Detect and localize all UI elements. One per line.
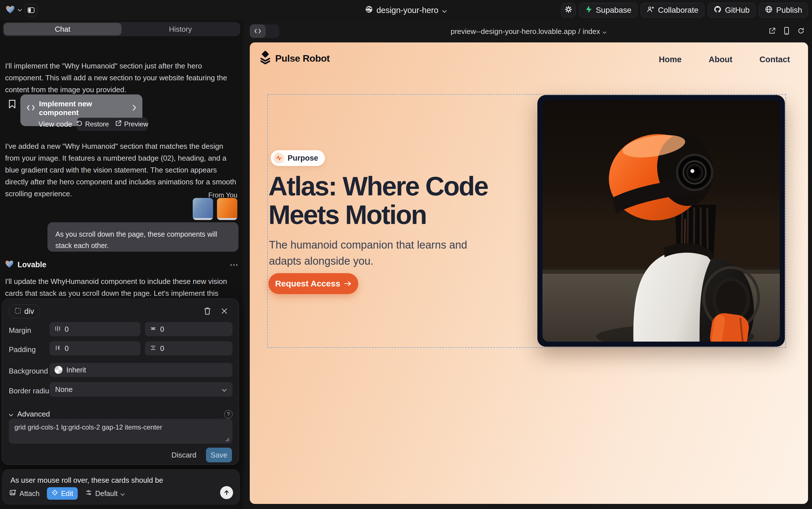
padding-vertical-icon	[150, 344, 156, 352]
mode-select[interactable]: Default	[85, 489, 125, 498]
chevron-down-icon[interactable]	[9, 410, 13, 418]
preview-button[interactable]: Preview	[115, 120, 148, 128]
hero-image-card	[538, 95, 785, 347]
restore-button[interactable]: Restore	[76, 120, 109, 128]
tab-chat[interactable]: Chat	[4, 23, 121, 35]
background-input[interactable]: Inherit	[49, 363, 232, 377]
thumbnail-footer	[217, 218, 237, 220]
selected-element-chip[interactable]: div	[9, 305, 40, 318]
margin-x-input[interactable]: 0	[49, 322, 140, 336]
pulse-robot-logo-icon	[259, 51, 271, 66]
assistant-message: I've added a new "Why Humanoid" section …	[5, 140, 237, 200]
hero-heading: Atlas: Where Code Meets Motion	[268, 172, 488, 229]
attach-image-icon	[9, 489, 17, 498]
delete-element-button[interactable]	[203, 307, 212, 315]
attachment-thumbnail-orange[interactable]	[217, 198, 237, 220]
top-bar: design-your-hero Supabase Co	[0, 0, 812, 20]
pulse-icon	[273, 153, 284, 164]
supabase-icon	[585, 5, 592, 15]
nav-contact[interactable]: Contact	[760, 55, 790, 64]
padding-label: Padding	[9, 345, 36, 354]
tailwind-classes-input[interactable]: grid grid-cols-1 lg:grid-cols-2 gap-12 i…	[9, 419, 232, 444]
mobile-view-icon[interactable]	[784, 27, 789, 36]
close-icon[interactable]	[220, 307, 229, 315]
attach-button[interactable]: Attach	[9, 489, 40, 498]
globe-icon	[365, 5, 373, 15]
gear-icon	[564, 5, 573, 15]
margin-horizontal-icon	[54, 325, 61, 333]
project-name: design-your-hero	[376, 6, 438, 15]
attachment-thumbnail-blue[interactable]	[193, 198, 213, 220]
external-link-icon	[115, 120, 122, 128]
chevron-down-icon	[602, 27, 606, 36]
save-button[interactable]: Save	[206, 448, 232, 462]
thumbnail-footer	[193, 218, 213, 220]
request-access-button[interactable]: Request Access	[268, 273, 358, 294]
publish-button[interactable]: Publish	[759, 3, 808, 18]
border-radius-select[interactable]: None	[49, 382, 232, 397]
bookmark-icon[interactable]	[8, 100, 16, 110]
preview-toolbar: preview--design-your-hero.lovable.app / …	[245, 20, 812, 42]
nav-about[interactable]: About	[709, 55, 732, 64]
site-nav: Home About Contact	[659, 55, 790, 64]
more-options-icon[interactable]	[230, 262, 238, 267]
preview-pane: preview--design-your-hero.lovable.app / …	[245, 20, 812, 509]
url-separator: /	[578, 27, 580, 36]
edit-mode-button[interactable]: Edit	[47, 487, 78, 500]
chevron-down-icon	[120, 489, 125, 498]
supabase-button[interactable]: Supabase	[579, 3, 637, 18]
sliders-icon	[85, 489, 93, 498]
padding-horizontal-icon	[54, 344, 61, 352]
preview-url-bar[interactable]: preview--design-your-hero.lovable.app / …	[245, 20, 812, 42]
github-button[interactable]: GitHub	[708, 3, 755, 18]
margin-y-input[interactable]: 0	[145, 322, 232, 336]
chat-sidebar: Chat History I'll implement the "Why Hum…	[0, 20, 243, 509]
sidebar-tabs: Chat History	[3, 22, 240, 36]
assistant-message: I'll implement the "Why Humanoid" sectio…	[5, 60, 237, 96]
help-icon[interactable]: ?	[224, 410, 232, 418]
preview-page: index	[583, 27, 600, 36]
robot-image	[543, 100, 780, 342]
resize-handle-icon[interactable]	[225, 437, 230, 443]
refresh-icon[interactable]	[797, 27, 805, 36]
app-window: design-your-hero Supabase Co	[0, 0, 812, 509]
version-hover-tools: Restore Preview	[77, 117, 147, 131]
send-button[interactable]	[220, 486, 233, 499]
github-icon	[714, 5, 722, 15]
border-radius-label: Border radius	[9, 386, 53, 395]
globe-icon	[765, 5, 773, 15]
arrow-right-icon	[344, 279, 352, 289]
padding-x-input[interactable]: 0	[49, 341, 140, 355]
tab-history[interactable]: History	[121, 23, 239, 35]
nav-home[interactable]: Home	[659, 55, 682, 64]
chat-input[interactable]: As user mouse roll over, these cards sho…	[10, 476, 231, 485]
background-label: Background	[9, 367, 48, 376]
color-swatch	[54, 366, 63, 374]
restore-icon	[76, 120, 83, 128]
site-brand: Pulse Robot	[275, 53, 330, 64]
chevron-down-icon	[222, 385, 227, 394]
element-inspector-panel: div Margin 0 0 Padding	[2, 299, 239, 465]
hero-subtitle: The humanoid companion that learns and a…	[269, 237, 495, 269]
site-preview: Pulse Robot Home About Contact Purpose A…	[250, 42, 808, 504]
margin-vertical-icon	[150, 325, 156, 333]
advanced-section-label[interactable]: Advanced	[17, 410, 50, 418]
lovable-heart-icon	[5, 260, 13, 269]
padding-y-input[interactable]: 0	[145, 341, 232, 355]
preview-url: preview--design-your-hero.lovable.app	[451, 27, 576, 36]
discard-button[interactable]: Discard	[172, 451, 196, 460]
settings-button[interactable]	[561, 3, 576, 18]
assistant-name: Lovable	[17, 261, 46, 269]
dashed-box-icon	[15, 307, 21, 316]
open-external-icon[interactable]	[769, 27, 776, 36]
hero-badge: Purpose	[271, 150, 325, 166]
code-icon	[27, 104, 35, 113]
collaborate-button[interactable]: Collaborate	[641, 3, 704, 18]
chat-composer: As user mouse roll over, these cards sho…	[2, 469, 239, 505]
target-icon	[51, 489, 58, 498]
site-logo[interactable]: Pulse Robot	[259, 51, 330, 66]
component-card-title: Implement new component	[39, 100, 124, 117]
people-icon	[647, 5, 655, 15]
chevron-down-icon	[442, 6, 447, 15]
user-message-bubble: As you scroll down the page, these compo…	[47, 222, 238, 252]
